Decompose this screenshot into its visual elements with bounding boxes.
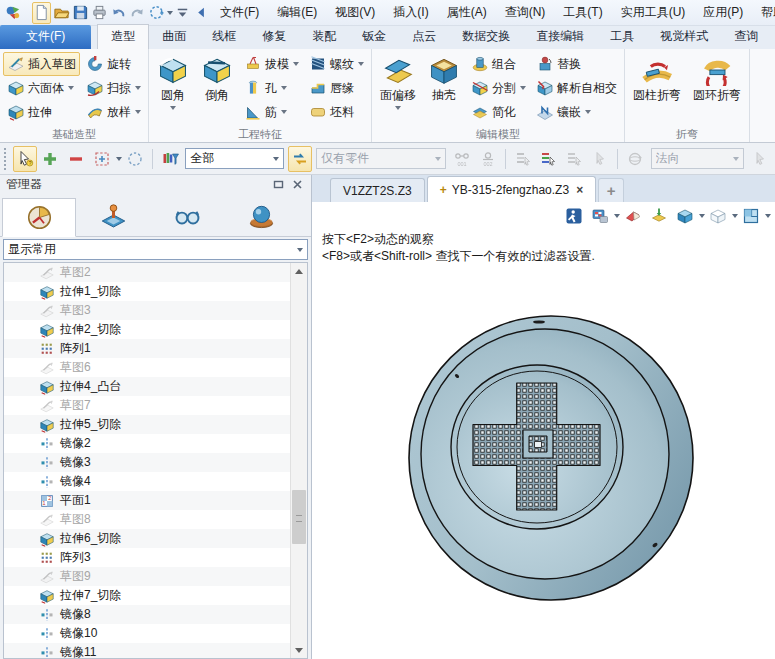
menu-edit[interactable]: 编辑(E) [268,1,326,24]
pick-box-button[interactable] [90,146,114,172]
ribbon-button-fillet[interactable]: 圆角 [151,51,195,111]
ribbon-tab-surface[interactable]: 曲面 [149,25,199,49]
ribbon-button-thread[interactable]: 螺纹 [305,52,368,76]
menu-utilities[interactable]: 实用工具(U) [612,1,695,24]
ribbon-button-revolve[interactable]: 旋转 [82,52,145,76]
undo-button[interactable] [110,2,127,24]
part-filter-combobox[interactable]: 仅有零件 [316,148,446,169]
display-settings-button[interactable] [588,204,612,228]
ribbon-button-simplify[interactable]: 简化 [467,100,530,124]
manager-tab-history[interactable] [2,198,76,237]
display-filter-combobox[interactable]: 显示常用 [3,239,308,260]
ribbon-button-replace[interactable]: 替换 [532,52,621,76]
tree-item[interactable]: 拉伸2_切除 [4,320,290,339]
ribbon-button-toroidal-bend[interactable]: 圆环折弯 [687,51,747,105]
menu-view[interactable]: 视图(V) [326,1,384,24]
print-button[interactable] [91,2,108,24]
pick-cursor-button[interactable] [588,146,612,172]
scroll-up-icon[interactable] [291,263,307,279]
ribbon-button-chamfer[interactable]: 倒角 [195,51,239,105]
ribbon-tab-pointcloud[interactable]: 点云 [399,25,449,49]
ribbon-button-stock[interactable]: 坯料 [305,100,368,124]
tree-item[interactable]: 拉伸7_切除 [4,586,290,605]
reorient-button[interactable] [623,146,647,172]
ribbon-button-insert-sketch[interactable]: 插入草图 [3,52,80,76]
ribbon-button-draft[interactable]: 拔模 [240,52,303,76]
doc-tab-v1zzt2s[interactable]: V1ZZT2S.Z3 [330,178,425,202]
tree-item[interactable]: 拉伸6_切除 [4,529,290,548]
ribbon-button-rib[interactable]: 筋 [240,100,303,124]
toolbar-grip[interactable] [4,148,9,170]
color-filter-button[interactable] [158,146,182,172]
ribbon-button-inlay[interactable]: 镶嵌 [532,100,621,124]
toolbar-options-button[interactable] [174,2,191,24]
menu-tools[interactable]: 工具(T) [554,1,611,24]
erase-button[interactable] [621,204,645,228]
tree-item[interactable]: 拉伸5_切除 [4,415,290,434]
tree-item[interactable]: 草图8 [4,510,290,529]
ribbon-tab-file[interactable]: 文件(F) [0,25,91,49]
scroll-down-icon[interactable] [291,642,307,658]
tree-item[interactable]: 镜像2 [4,434,290,453]
close-tab-icon[interactable]: × [576,183,583,197]
dimension-toggle-button[interactable]: 001 [450,146,474,172]
scrollbar-track[interactable] [291,279,307,642]
ribbon-button-combine[interactable]: 组合 [467,52,530,76]
ribbon-button-extrude[interactable]: 拉伸 [3,100,80,124]
ribbon-button-sweep[interactable]: 扫掠 [82,76,145,100]
menu-help[interactable]: 帮助(H) [752,1,775,24]
tree-item[interactable]: 镜像3 [4,453,290,472]
ribbon-button-lip[interactable]: 唇缘 [305,76,368,100]
pick-all-button[interactable] [562,146,586,172]
open-file-button[interactable] [53,2,70,24]
ribbon-button-divide[interactable]: 分割 [467,76,530,100]
tree-item[interactable]: 草图6 [4,358,290,377]
tree-item[interactable]: 镜像10 [4,624,290,643]
wireframe-display-button[interactable] [706,204,730,228]
save-button[interactable] [72,2,89,24]
view-orientation-button[interactable] [739,204,763,228]
viewport[interactable]: 按下<F2>动态的观察 <F8>或者<Shift-roll> 查找下一个有效的过… [312,202,775,659]
tree-item[interactable]: 草图7 [4,396,290,415]
shaded-display-button[interactable] [673,204,697,228]
tree-item[interactable]: 镜像11 [4,643,290,658]
ribbon-tab-assembly[interactable]: 装配 [299,25,349,49]
ribbon-button-box[interactable]: 六面体 [3,76,80,100]
smart-pick-button[interactable]: ? [13,146,37,172]
ribbon-tab-dataexchange[interactable]: 数据交换 [449,25,523,49]
manager-tab-assembly[interactable] [76,197,150,236]
section-view-button[interactable] [647,204,671,228]
menu-applications[interactable]: 应用(P) [694,1,752,24]
view-rotate-button[interactable] [148,2,165,24]
pick-cursor2-button[interactable] [748,146,772,172]
ribbon-tab-visualstyle[interactable]: 视觉样式 [647,25,721,49]
restore-panel-icon[interactable] [270,178,286,192]
scrollbar-thumb[interactable] [292,490,306,544]
ribbon-tab-wireframe[interactable]: 线框 [199,25,249,49]
tree-item[interactable]: 镜像8 [4,605,290,624]
tree-scrollbar[interactable] [290,263,307,658]
ribbon-tab-shape[interactable]: 造型 [97,24,149,49]
ribbon-tab-inquire[interactable]: 查询 [721,25,771,49]
ribbon-button-shell[interactable]: 抽壳 [422,51,466,105]
tree-item[interactable]: 草图2 [4,263,290,282]
ribbon-button-cylindrical-bend[interactable]: 圆柱折弯 [627,51,687,105]
ribbon-button-face-offset[interactable]: 面偏移 [374,51,422,111]
entity-filter-combobox[interactable]: 全部 [185,148,284,169]
tree-item[interactable]: 阵列1 [4,339,290,358]
tree-item[interactable]: 阵列3 [4,548,290,567]
new-file-button[interactable] [32,2,51,24]
collapse-toolbar-button[interactable] [193,2,210,24]
ribbon-tab-directedit[interactable]: 直接编辑 [523,25,597,49]
normal-view-combobox[interactable]: 法向 [651,148,745,169]
ribbon-tab-repair[interactable]: 修复 [249,25,299,49]
tree-item[interactable]: 草图9 [4,567,290,586]
ribbon-tab-tools[interactable]: 工具 [597,25,647,49]
doc-tab-yb315[interactable]: +YB-315-2fengzhao.Z3× [427,176,596,202]
tree-item[interactable]: 镜像4 [4,472,290,491]
new-tab-button[interactable]: + [598,178,624,202]
menu-attributes[interactable]: 属性(A) [438,1,496,24]
remove-from-selection-button[interactable] [64,146,88,172]
menu-inquire[interactable]: 查询(N) [496,1,555,24]
ribbon-tab-sheetmetal[interactable]: 钣金 [349,25,399,49]
